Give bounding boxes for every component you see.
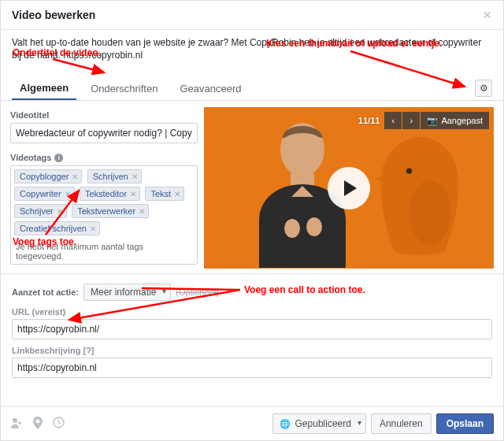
tag-item: Copywriter✕ bbox=[14, 187, 75, 201]
tag-item: Copyblogger✕ bbox=[14, 169, 82, 183]
settings-button[interactable]: ⚙ bbox=[475, 80, 492, 97]
bird-illustration bbox=[361, 128, 480, 269]
globe-icon: 🌐 bbox=[280, 419, 291, 429]
video-preview: 11/11 ‹ › 📷 Aangepast bbox=[204, 107, 494, 269]
tag-remove-icon[interactable]: ✕ bbox=[57, 207, 63, 216]
camera-icon: 📷 bbox=[427, 116, 438, 126]
chevron-right-icon: › bbox=[410, 116, 413, 125]
clock-icon[interactable] bbox=[53, 417, 65, 431]
linkdesc-label: Linkbeschrijving [?] bbox=[12, 346, 492, 355]
tag-item: Schrijver✕ bbox=[14, 204, 67, 218]
tag-remove-icon[interactable]: ✕ bbox=[72, 172, 78, 181]
save-button[interactable]: Opslaan bbox=[436, 413, 494, 434]
cancel-button[interactable]: Annuleren bbox=[371, 413, 432, 434]
tag-remove-icon[interactable]: ✕ bbox=[174, 190, 180, 198]
tag-remove-icon[interactable]: ✕ bbox=[130, 190, 136, 198]
tags-hint: Je hebt het maximum aantal tags toegevoe… bbox=[14, 239, 194, 262]
play-button[interactable] bbox=[328, 167, 370, 209]
linkdesc-input[interactable] bbox=[12, 358, 492, 378]
svg-point-5 bbox=[306, 217, 322, 236]
tag-item: Tekst✕ bbox=[145, 187, 184, 201]
thumbnail-controls: 11/11 ‹ › 📷 Aangepast bbox=[358, 112, 489, 129]
videotitle-input[interactable] bbox=[10, 123, 198, 143]
svg-point-1 bbox=[410, 181, 451, 246]
videotags-box[interactable]: Copyblogger✕ Schrijven✕ Copywriter✕ Teks… bbox=[10, 165, 198, 265]
thumbnail-prev-button[interactable]: ‹ bbox=[384, 112, 402, 129]
thumbnail-next-button[interactable]: › bbox=[402, 112, 420, 129]
tab-algemeen[interactable]: Algemeen bbox=[12, 76, 76, 100]
close-icon[interactable]: ✕ bbox=[483, 9, 492, 21]
videotitle-label: Videotitel bbox=[10, 110, 198, 120]
publish-dropdown[interactable]: 🌐 Gepubliceerd bbox=[272, 413, 366, 434]
tag-item: Creatief schrijven✕ bbox=[14, 221, 100, 235]
thumbnail-custom-button[interactable]: 📷 Aangepast bbox=[421, 112, 489, 129]
cta-label: Aanzet tot actie: bbox=[12, 287, 79, 297]
svg-point-4 bbox=[284, 219, 300, 238]
tab-onderschriften[interactable]: Onderschriften bbox=[83, 76, 165, 99]
tag-remove-icon[interactable]: ✕ bbox=[132, 172, 138, 181]
modal-title: Video bewerken bbox=[12, 9, 95, 21]
tag-remove-icon[interactable]: ✕ bbox=[90, 224, 96, 233]
cta-optional-hint: (Optioneel) bbox=[176, 287, 218, 297]
thumbnail-counter: 11/11 bbox=[358, 116, 380, 125]
modal-header: Video bewerken ✕ bbox=[1, 1, 503, 30]
tag-person-icon[interactable] bbox=[10, 417, 23, 432]
tag-item: Teksteditor✕ bbox=[80, 187, 140, 201]
gear-icon: ⚙ bbox=[480, 83, 488, 94]
chevron-left-icon: ‹ bbox=[392, 116, 395, 125]
tab-geavanceerd[interactable]: Geavanceerd bbox=[172, 76, 249, 99]
cta-select[interactable]: Meer informatie bbox=[83, 284, 171, 301]
tag-remove-icon[interactable]: ✕ bbox=[65, 190, 71, 198]
tag-remove-icon[interactable]: ✕ bbox=[139, 207, 145, 216]
tag-item: Schrijven✕ bbox=[87, 169, 142, 183]
location-icon[interactable] bbox=[32, 417, 43, 432]
url-input[interactable] bbox=[12, 319, 492, 339]
svg-point-6 bbox=[13, 418, 17, 423]
tag-item: Tekstverwerker✕ bbox=[72, 204, 149, 218]
info-icon[interactable]: i bbox=[54, 154, 63, 162]
videotags-label: Videotags i bbox=[10, 153, 198, 162]
svg-point-0 bbox=[406, 169, 412, 174]
video-description: Valt het up-to-date houden van je websit… bbox=[1, 30, 503, 65]
tabs: Algemeen Onderschriften Geavanceerd ⚙ bbox=[1, 76, 503, 101]
url-label: URL (vereist) bbox=[12, 307, 492, 317]
modal-footer: 🌐 Gepubliceerd Annuleren Opslaan bbox=[1, 406, 503, 440]
